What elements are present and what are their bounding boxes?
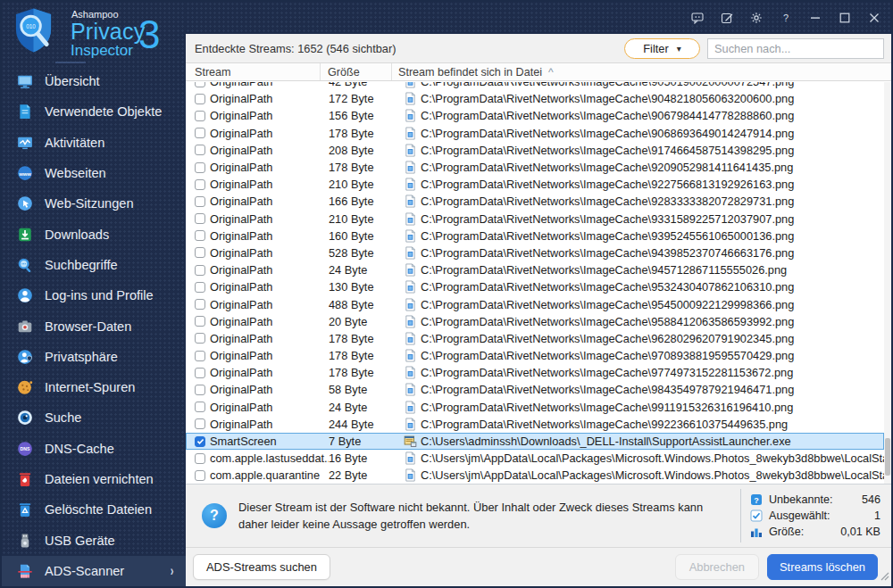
edit-icon[interactable] (717, 9, 736, 28)
stream-name-cell: OriginalPath (195, 366, 329, 379)
table-row[interactable]: OriginalPath178 ByteC:\ProgramData\Rivet… (186, 159, 884, 176)
row-checkbox[interactable] (195, 351, 205, 361)
sidebar: 010 Ashampoo Privacy Inspector 3 Übersic… (2, 2, 186, 586)
image-file-icon (404, 468, 417, 482)
column-header-path[interactable]: Stream befindet sich in Datei ^ (391, 63, 891, 80)
sidebar-item-web-sitzungen[interactable]: Web-Sitzungen (2, 188, 186, 219)
row-checkbox[interactable] (195, 145, 205, 155)
table-row[interactable]: OriginalPath210 ByteC:\ProgramData\Rivet… (186, 211, 884, 228)
row-checkbox[interactable] (195, 128, 205, 138)
sidebar-item-log-ins-und-profile[interactable]: Log-ins und Profile (2, 280, 186, 311)
table-row[interactable]: OriginalPath208 ByteC:\ProgramData\Rivet… (186, 142, 884, 159)
sidebar-item-gelöschte-dateien[interactable]: Gelöschte Dateien (2, 494, 186, 525)
row-checkbox[interactable] (195, 179, 205, 190)
stream-name-cell: OriginalPath (195, 229, 329, 243)
sidebar-item-dns-cache[interactable]: DNSDNS-Cache (2, 434, 186, 464)
stream-file-path: C:\ProgramData\RivetNetworks\ImageCache\… (421, 332, 884, 345)
column-header-stream[interactable]: Stream (186, 63, 320, 80)
table-row[interactable]: SmartScreen7 ByteC:\Users\adminssh\Downl… (186, 433, 884, 450)
scan-ads-streams-button[interactable]: ADS-Streams suchen (193, 554, 330, 580)
stream-name-cell: OriginalPath (195, 127, 329, 140)
stat-label: Ausgewählt: (769, 509, 830, 522)
stream-name: OriginalPath (210, 418, 272, 431)
row-checkbox[interactable] (195, 247, 205, 258)
row-checkbox[interactable] (195, 94, 205, 104)
sidebar-item-browser-daten[interactable]: Browser-Daten (2, 311, 186, 341)
table-row[interactable]: OriginalPath58 ByteC:\ProgramData\RivetN… (186, 381, 884, 398)
stream-name-cell: OriginalPath (195, 82, 329, 88)
help-icon[interactable]: ? (776, 9, 795, 28)
filter-button[interactable]: Filter ▾ (624, 38, 700, 59)
table-row[interactable]: OriginalPath24 ByteC:\ProgramData\RivetN… (186, 261, 884, 278)
stream-name-cell: OriginalPath (195, 280, 329, 294)
sidebar-item-webseiten[interactable]: wwwWebseiten (2, 158, 186, 188)
sidebar-item-downloads[interactable]: Downloads (2, 219, 186, 249)
row-checkbox[interactable] (195, 418, 205, 429)
row-checkbox[interactable] (195, 265, 205, 276)
table-row[interactable]: com.apple.lastuseddat...16 ByteC:\Users\… (186, 450, 884, 467)
table-row[interactable]: OriginalPath166 ByteC:\ProgramData\Rivet… (186, 193, 884, 210)
row-checkbox[interactable] (195, 82, 205, 87)
scrollbar-thumb[interactable] (885, 438, 890, 476)
maximize-icon[interactable] (835, 9, 854, 28)
delete-streams-button[interactable]: Streams löschen (767, 554, 878, 580)
row-checkbox[interactable] (195, 213, 205, 224)
table-row[interactable]: OriginalPath244 ByteC:\ProgramData\Rivet… (186, 416, 884, 433)
minimize-icon[interactable] (805, 9, 824, 28)
table-row[interactable]: OriginalPath178 ByteC:\ProgramData\Rivet… (186, 330, 884, 347)
sidebar-item-dateien-vernichten[interactable]: Dateien vernichten (2, 464, 186, 494)
vertical-scrollbar[interactable] (884, 82, 891, 484)
sidebar-item-usb-geräte[interactable]: USB Geräte (2, 525, 186, 555)
table-row[interactable]: OriginalPath172 ByteC:\ProgramData\Rivet… (186, 90, 884, 107)
sidebar-item-aktivitäten[interactable]: Aktivitäten (2, 128, 186, 158)
table-row[interactable]: OriginalPath130 ByteC:\ProgramData\Rivet… (186, 278, 884, 295)
svg-text:?: ? (754, 496, 759, 505)
sidebar-item-privatsphäre[interactable]: Privatsphäre (2, 342, 186, 372)
table-row[interactable]: OriginalPath156 ByteC:\ProgramData\Rivet… (186, 107, 884, 124)
row-checkbox[interactable] (195, 470, 205, 481)
table-row[interactable]: OriginalPath178 ByteC:\ProgramData\Rivet… (186, 364, 884, 381)
table-row[interactable]: OriginalPath210 ByteC:\ProgramData\Rivet… (186, 176, 884, 193)
sidebar-item-label: ADS-Scanner (45, 564, 124, 578)
table-row[interactable]: OriginalPath488 ByteC:\ProgramData\Rivet… (186, 295, 884, 312)
row-checkbox[interactable] (195, 402, 205, 412)
deleted-files-icon (17, 501, 33, 518)
table-row[interactable]: OriginalPath42 ByteC:\ProgramData\RivetN… (186, 82, 884, 90)
stream-file-path: C:\ProgramData\RivetNetworks\ImageCache\… (421, 383, 884, 396)
row-checkbox[interactable] (195, 282, 205, 293)
resize-grip[interactable] (880, 568, 889, 584)
row-checkbox[interactable] (195, 299, 205, 310)
table-row[interactable]: com.apple.quarantine22 ByteC:\Users\jm\A… (186, 467, 884, 484)
row-checkbox[interactable] (195, 230, 205, 241)
row-checkbox[interactable] (195, 316, 205, 327)
sidebar-item-ads-scanner[interactable]: ADS-Scanner› (2, 556, 186, 586)
row-checkbox[interactable] (195, 436, 205, 447)
row-checkbox[interactable] (195, 385, 205, 395)
settings-icon[interactable] (747, 9, 765, 28)
sidebar-item-suchbegriffe[interactable]: Suchbegriffe (2, 250, 186, 280)
stream-size: 22 Byte (329, 468, 399, 482)
sidebar-item-verwendete-objekte[interactable]: Verwendete Objekte (2, 96, 186, 127)
table-row[interactable]: OriginalPath178 ByteC:\ProgramData\Rivet… (186, 347, 884, 364)
stream-name-cell: OriginalPath (195, 212, 329, 226)
sidebar-item-übersicht[interactable]: Übersicht (2, 66, 186, 96)
row-checkbox[interactable] (195, 333, 205, 344)
table-row[interactable]: OriginalPath178 ByteC:\ProgramData\Rivet… (186, 125, 884, 142)
row-checkbox[interactable] (195, 196, 205, 207)
search-input[interactable] (707, 38, 884, 59)
column-header-size[interactable]: Größe (320, 63, 391, 80)
table-row[interactable]: OriginalPath24 ByteC:\ProgramData\RivetN… (186, 399, 884, 416)
table-row[interactable]: OriginalPath160 ByteC:\ProgramData\Rivet… (186, 228, 884, 244)
row-checkbox[interactable] (195, 162, 205, 173)
row-checkbox[interactable] (195, 111, 205, 121)
row-checkbox[interactable] (195, 368, 205, 378)
close-icon[interactable] (864, 9, 883, 28)
cancel-button[interactable]: Abbrechen (675, 554, 759, 580)
sidebar-item-internet-spuren[interactable]: Internet-Spuren (2, 372, 186, 402)
sidebar-item-suche[interactable]: Suche (2, 402, 186, 433)
feedback-icon[interactable] (688, 9, 706, 28)
table-row[interactable]: OriginalPath20 ByteC:\ProgramData\RivetN… (186, 313, 884, 330)
help-circle-icon: ? (202, 503, 227, 528)
row-checkbox[interactable] (195, 453, 205, 464)
table-row[interactable]: OriginalPath528 ByteC:\ProgramData\Rivet… (186, 244, 884, 261)
